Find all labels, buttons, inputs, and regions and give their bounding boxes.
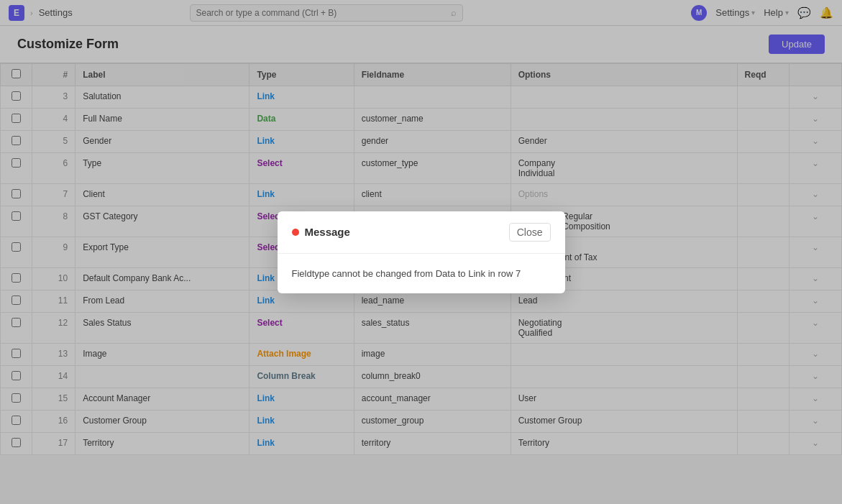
modal-title: Message <box>305 226 350 238</box>
modal-overlay: Message Close Fieldtype cannot be change… <box>0 0 842 455</box>
modal-close-button[interactable]: Close <box>509 223 551 242</box>
modal-dot-icon <box>292 229 299 236</box>
modal-title-row: Message <box>292 226 350 238</box>
message-modal: Message Close Fieldtype cannot be change… <box>278 211 565 293</box>
modal-header: Message Close <box>278 211 565 254</box>
modal-body: Fieldtype cannot be changed from Data to… <box>278 254 565 293</box>
